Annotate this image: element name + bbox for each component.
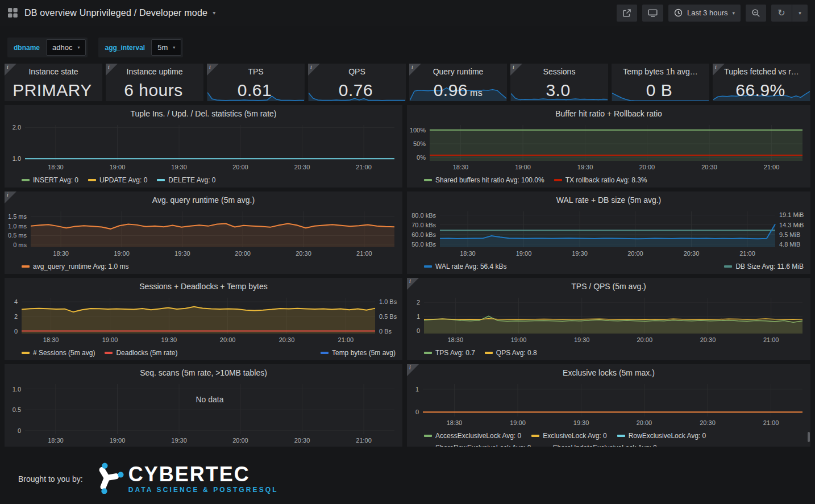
legend-item[interactable]: WAL rate Avg: 56.4 kBs <box>424 263 507 270</box>
stat-value: 0.61 <box>207 81 305 99</box>
dashboard-grid-icon[interactable] <box>7 7 18 18</box>
info-icon[interactable]: i <box>407 364 419 376</box>
panel-tps-qps: i TPS / QPS (5m avg.) 21018:3019:0019:30… <box>407 278 810 360</box>
chart-plot: 1.00.5018:3019:0019:3020:0020:3021:00No … <box>5 381 402 447</box>
stat-title: Sessions <box>510 67 608 76</box>
info-icon[interactable]: i <box>5 64 16 76</box>
stat-title: Instance uptime <box>106 67 203 76</box>
legend-item[interactable]: Shared buffers hit ratio Avg: 100.0% <box>424 176 544 184</box>
legend-item[interactable]: Temp bytes (5m avg) <box>321 349 396 357</box>
dashboard-title[interactable]: DB overview Unprivileged / Developer mod… <box>24 8 207 18</box>
chart-title[interactable]: Avg. query runtime (5m avg.) <box>5 195 402 208</box>
chart-plot: 100%50%0%18:3019:0019:3020:0020:3021:00 <box>407 122 810 173</box>
stat-value: 66.9% <box>713 81 810 99</box>
chart-title[interactable]: Exclusive locks (5m max.) <box>407 368 810 381</box>
info-icon[interactable]: i <box>510 64 522 76</box>
stat-panel-instance-uptime: i Instance uptime 6 hours <box>106 64 203 101</box>
variable-value: adhoc <box>52 43 72 52</box>
panel-exclusive-locks: i Exclusive locks (5m max.) 1018:3019:00… <box>407 364 810 447</box>
info-icon[interactable]: i <box>5 191 16 203</box>
panel-sessions-deadlocks: Sessions + Deadlocks + Temp bytes 4201.0… <box>5 278 402 360</box>
stat-panel-instance-state: i Instance state PRIMARY <box>5 64 102 101</box>
stat-panel-tuples-fetched: i Tuples fetched vs r… 66.9% <box>713 64 810 101</box>
legend-item[interactable]: avg_query_runtime Avg: 1.0 ms <box>22 263 129 270</box>
tv-mode-button[interactable] <box>642 5 663 22</box>
time-range-button[interactable]: Last 3 hours ▾ <box>668 5 741 22</box>
cybertec-logo: CYBERTEC DATA SCIENCE & POSTGRESQL <box>92 462 278 496</box>
chart-plot: 21018:3019:0019:3020:0020:3021:00 <box>407 294 810 346</box>
chart-legend: # Sessions (5m avg)Deadlocks (5m rate)Te… <box>5 346 402 360</box>
chart-title[interactable]: WAL rate + DB size (5m avg.) <box>407 195 810 208</box>
legend-item[interactable]: RowExclusiveLock Avg: 0 <box>617 431 706 441</box>
refresh-button[interactable]: ↻ <box>771 5 792 22</box>
footer-text: Brought to you by: <box>18 474 83 484</box>
stat-value: PRIMARY <box>5 81 102 99</box>
chart-title[interactable]: Tuple Ins. / Upd. / Del. statistics (5m … <box>5 109 402 122</box>
legend-item[interactable]: # Sessions (5m avg) <box>22 349 95 357</box>
chart-plot: 80.0 kBs70.0 kBs60.0 kBs50.0 kBs19.1 MiB… <box>407 208 810 260</box>
panel-seq-scans: Seq. scans (5m rate, >10MB tables) 1.00.… <box>5 364 402 447</box>
variables-row: dbname adhoc ▾ agg_interval 5m ▾ <box>7 38 808 57</box>
stat-panel-tps: i TPS 0.61 <box>207 64 305 101</box>
stat-row: i Instance state PRIMARY i Instance upti… <box>5 64 810 101</box>
panel-buffer-hit-ratio: Buffer hit ratio + Rollback ratio 100%50… <box>407 105 810 188</box>
legend-item[interactable]: ShareRowExclusiveLock Avg: 0 <box>424 443 531 447</box>
chart-plot: 2.01.018:3019:0019:3020:0020:3021:00 <box>5 122 402 173</box>
legend-item[interactable]: ExclusiveLock Avg: 0 <box>531 431 607 441</box>
info-icon[interactable]: i <box>407 278 419 290</box>
legend-item[interactable]: QPS Avg: 0.8 <box>485 349 537 357</box>
variable-agg-interval: agg_interval 5m ▾ <box>98 38 183 57</box>
panel-wal-rate-db-size: WAL rate + DB size (5m avg.) 80.0 kBs70.… <box>407 191 810 274</box>
zoom-out-button[interactable] <box>746 5 766 22</box>
stat-panel-temp-bytes: Temp bytes 1h avg… 0 B <box>612 64 709 101</box>
info-icon[interactable]: i <box>106 64 118 76</box>
chart-legend: Shared buffers hit ratio Avg: 100.0%TX r… <box>407 173 810 188</box>
legend-item[interactable]: DELETE Avg: 0 <box>157 176 215 184</box>
chevron-down-icon: ▾ <box>77 45 80 50</box>
variable-value: 5m <box>157 43 168 52</box>
chevron-down-icon: ▾ <box>799 10 801 16</box>
legend-item[interactable]: Deadlocks (5m rate) <box>105 349 177 357</box>
legend-item[interactable]: UPDATE Avg: 0 <box>88 176 147 184</box>
variable-label: agg_interval <box>98 44 151 52</box>
share-button[interactable] <box>617 5 637 22</box>
stat-title: Temp bytes 1h avg… <box>612 67 709 76</box>
chart-title[interactable]: Sessions + Deadlocks + Temp bytes <box>5 282 402 294</box>
legend-scrollbar[interactable] <box>808 432 810 442</box>
panel-tuple-statistics: Tuple Ins. / Upd. / Del. statistics (5m … <box>5 105 402 188</box>
variable-dbname-select[interactable]: adhoc ▾ <box>46 39 86 56</box>
brand-name: CYBERTEC <box>128 464 278 485</box>
chart-title[interactable]: Buffer hit ratio + Rollback ratio <box>407 109 810 122</box>
chart-legend: AccessExclusiveLock Avg: 0ExclusiveLock … <box>407 429 810 447</box>
legend-item[interactable]: DB Size Avg: 11.6 MiB <box>724 263 804 270</box>
stat-panel-qps: i QPS 0.76 <box>308 64 406 101</box>
info-icon[interactable]: i <box>409 64 421 76</box>
legend-item[interactable]: INSERT Avg: 0 <box>22 176 78 184</box>
stat-panel-sessions: i Sessions 3.0 <box>510 64 608 101</box>
stat-value: 0.96ms <box>409 81 507 99</box>
legend-item[interactable]: ShareUpdateExclusiveLock Avg: 0 <box>542 443 657 447</box>
legend-item[interactable]: TX rollback ratio Avg: 8.3% <box>554 176 647 184</box>
stat-value: 6 hours <box>106 81 203 99</box>
variable-label: dbname <box>7 44 46 52</box>
info-icon[interactable]: i <box>308 64 320 76</box>
variable-dbname: dbname adhoc ▾ <box>7 38 88 57</box>
refresh-interval-dropdown[interactable]: ▾ <box>792 5 808 22</box>
chart-legend: avg_query_runtime Avg: 1.0 ms <box>5 260 402 274</box>
info-icon[interactable]: i <box>713 64 725 76</box>
legend-item[interactable]: TPS Avg: 0.7 <box>424 349 475 357</box>
clock-icon <box>674 9 683 17</box>
stat-panel-query-runtime: i Query runtime 0.96ms <box>409 64 507 101</box>
chart-title[interactable]: TPS / QPS (5m avg.) <box>407 282 810 294</box>
variable-agg-interval-select[interactable]: 5m ▾ <box>151 39 181 56</box>
footer: Brought to you by: CYBERTEC DATA SCIENCE… <box>18 462 810 496</box>
info-icon[interactable]: i <box>207 64 219 76</box>
panel-avg-query-runtime: i Avg. query runtime (5m avg.) 1.5 ms1.0… <box>5 191 402 274</box>
stat-value: 3.0 <box>510 81 608 99</box>
chart-legend: TPS Avg: 0.7QPS Avg: 0.8 <box>407 346 810 360</box>
chart-title[interactable]: Seq. scans (5m rate, >10MB tables) <box>5 368 402 381</box>
dashboard-grid: i Instance state PRIMARY i Instance upti… <box>0 64 815 496</box>
chevron-down-icon: ▾ <box>173 45 175 50</box>
chevron-down-icon[interactable]: ▾ <box>213 10 215 16</box>
legend-item[interactable]: AccessExclusiveLock Avg: 0 <box>424 431 521 441</box>
